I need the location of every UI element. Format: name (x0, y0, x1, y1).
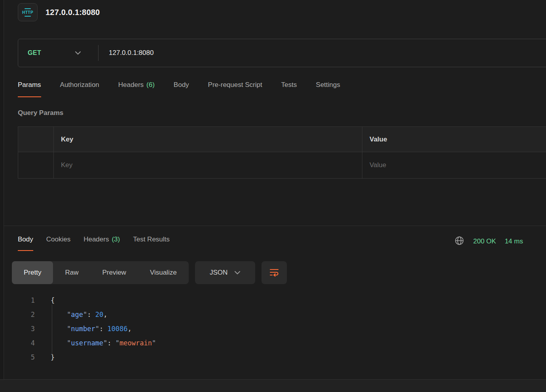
response-tab-cookies[interactable]: Cookies (46, 236, 70, 251)
params-header-key: Key (54, 127, 362, 152)
response-body-code[interactable]: 1{2 "age": 20,3 "number": 10086,4 "usern… (12, 293, 156, 364)
code-text: "age": 20, (51, 307, 107, 322)
view-raw-button[interactable]: Raw (53, 261, 90, 284)
http-icon-line-bottom (25, 16, 31, 17)
code-text: { (51, 293, 55, 307)
tab-count-badge: (6) (146, 81, 155, 89)
code-line: 5} (12, 350, 156, 364)
param-value-input[interactable] (370, 161, 546, 169)
response-meta: 200 OK 14 ms (454, 236, 523, 247)
response-time-badge[interactable]: 14 ms (505, 237, 523, 245)
params-header-selector-cell (18, 127, 54, 152)
network-globe-icon[interactable] (454, 236, 464, 247)
view-visualize-button[interactable]: Visualize (138, 261, 189, 284)
response-toolbar: Pretty Raw Preview Visualize JSON (12, 261, 287, 284)
code-line: 1{ (12, 293, 156, 307)
status-badge[interactable]: 200 OK (473, 237, 496, 245)
params-row-key-cell (54, 152, 362, 178)
tab-label: Params (18, 81, 41, 89)
format-label: JSON (210, 269, 228, 277)
view-preview-button[interactable]: Preview (90, 261, 138, 284)
code-line: 3 "number": 10086, (12, 322, 156, 336)
request-title: 127.0.0.1:8080 (46, 8, 100, 17)
tab-label: Test Results (133, 236, 170, 243)
response-tab-headers[interactable]: Headers (3) (83, 236, 120, 251)
request-header: HTTP 127.0.0.1:8080 (18, 3, 100, 21)
line-number: 2 (12, 307, 35, 322)
line-number: 4 (12, 336, 35, 350)
request-url-bar: GET (18, 39, 546, 67)
tab-body[interactable]: Body (174, 81, 189, 97)
chevron-down-icon (75, 49, 81, 57)
left-panel-edge (0, 0, 4, 392)
http-icon-label: HTTP (22, 10, 33, 15)
code-line: 4 "username": "meowrain" (12, 336, 156, 350)
response-section-divider (4, 226, 546, 226)
tab-label: Authorization (60, 81, 99, 89)
line-number: 1 (12, 293, 35, 307)
response-tab-test-results[interactable]: Test Results (133, 236, 170, 251)
param-key-input[interactable] (61, 161, 347, 169)
tab-count-badge: (3) (112, 236, 120, 243)
method-dropdown[interactable]: GET (18, 39, 89, 67)
tab-pre-request-script[interactable]: Pre-request Script (208, 81, 262, 97)
wrap-text-icon (269, 268, 279, 278)
response-view-toggle: Pretty Raw Preview Visualize (12, 261, 189, 284)
tab-label: Cookies (46, 236, 70, 243)
line-number: 3 (12, 322, 35, 336)
tab-label: Body (18, 236, 33, 243)
view-pretty-button[interactable]: Pretty (12, 261, 53, 284)
postman-window: HTTP 127.0.0.1:8080 GET Params Authoriza… (0, 0, 546, 392)
tab-tests[interactable]: Tests (281, 81, 297, 97)
tab-params[interactable]: Params (18, 81, 41, 97)
http-icon-line-top (25, 8, 31, 9)
tab-label: Headers (83, 236, 109, 243)
code-line: 2 "age": 20, (12, 307, 156, 322)
tab-label: Settings (316, 81, 340, 89)
params-row-value-cell (362, 152, 546, 178)
code-lines: 1{2 "age": 20,3 "number": 10086,4 "usern… (12, 293, 156, 364)
method-label: GET (28, 49, 41, 57)
bottom-status-bar (0, 379, 546, 392)
response-tabs: Body Cookies Headers (3) Test Results (18, 236, 170, 251)
query-params-table: Key Value (18, 126, 546, 179)
request-tabs: Params Authorization Headers (6) Body Pr… (18, 81, 340, 97)
code-text: "username": "meowrain" (51, 336, 156, 350)
response-tab-body[interactable]: Body (18, 236, 33, 251)
tab-label: Body (174, 81, 189, 89)
code-text: } (51, 350, 55, 364)
tab-label: Tests (281, 81, 297, 89)
tab-settings[interactable]: Settings (316, 81, 340, 97)
code-text: "number": 10086, (51, 322, 132, 336)
http-request-icon: HTTP (18, 3, 38, 21)
tab-label: Pre-request Script (208, 81, 262, 89)
params-header-value: Value (362, 127, 546, 152)
line-number: 5 (12, 350, 35, 364)
query-params-title: Query Params (18, 109, 63, 117)
format-dropdown[interactable]: JSON (195, 261, 255, 284)
tab-label: Headers (118, 81, 144, 89)
params-row-selector-cell (18, 152, 54, 178)
url-input[interactable] (99, 49, 546, 57)
indent-guide (52, 305, 52, 355)
tab-authorization[interactable]: Authorization (60, 81, 99, 97)
wrap-text-button[interactable] (262, 261, 287, 284)
chevron-down-icon (235, 269, 240, 276)
tab-headers[interactable]: Headers (6) (118, 81, 155, 97)
